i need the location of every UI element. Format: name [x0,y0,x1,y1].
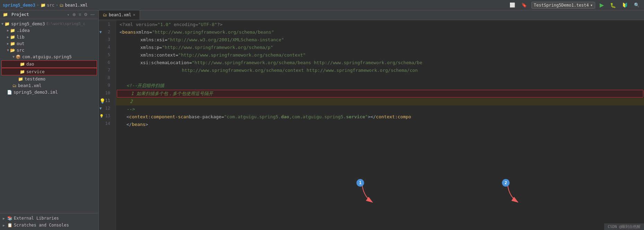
attr-context: xmlns:context= [140,51,178,59]
tree-src[interactable]: ▼ 📂 src [0,47,98,53]
val-p: "http://www.springframework.org/schema/p… [162,44,273,51]
breadcrumb-file-label: bean1.xml [65,3,88,8]
bulb-icon: 💡 [99,97,105,105]
hint-icon: 💡 [99,113,104,119]
ln-9: 9 [99,82,113,90]
ext-icon: 📚 [7,216,12,221]
badge-1: 1 [356,179,364,187]
idea-name: .idea [17,28,30,33]
root-path: E:\work\spring5_c [46,22,86,26]
src-name: src [17,48,25,53]
out-folder-icon: 📁 [10,41,15,46]
val-xsi: "http://www.w3.org/2001/XMLSchema-instan… [167,36,284,44]
ln-7: 7 [99,67,113,74]
toolbar-right: ⬜ 🔖 TestSpring5Demo1.test4 ▾ ▶ 🐛 🔰 🔍 [508,1,641,9]
ext-arrow: ▶ [3,216,5,220]
val-schema2: http://www.springframework.org/schema/co… [182,67,418,74]
arrow2-svg [497,181,539,209]
coverage-button[interactable]: 🔰 [620,2,629,8]
tree-iml[interactable]: 📄 spring5_demo3.iml [0,89,98,95]
tree-out[interactable]: ▶ 📁 out [0,40,98,47]
tree-idea[interactable]: ▶ 📁 .idea [0,27,98,34]
code-line-8 [116,74,644,82]
dao-folder-icon: 📁 [20,62,25,67]
tab-close-btn[interactable]: ✕ [133,12,135,17]
minimize-btn[interactable]: — [89,12,96,17]
tree-service[interactable]: 📁 service [1,68,97,75]
tree-package[interactable]: ▼ 📦 com.atguigu.spring5 [0,53,98,60]
arrow1-svg [352,181,393,209]
run-config-selector[interactable]: TestSpring5Demo1.test4 ▾ [531,2,595,9]
service-name: service [26,69,45,74]
breadcrumb-sep-2: › [56,3,58,7]
editor-area: 🗂 bean1.xml ✕ 1 ▼2 3 4 5 6 7 8 9 10 [99,10,644,230]
tag-context-close: context:compo [376,113,411,121]
testdemo-folder-icon: 📁 [18,77,23,82]
ln-4: 4 [99,44,113,51]
badge-2: 2 [502,179,510,187]
tree-testdemo[interactable]: 📁 testdemo [0,76,98,82]
tree-root[interactable]: ▼ 📁 spring5_demo3 E:\work\spring5_c [0,20,98,27]
ln-12: ▼12 [99,105,113,112]
breadcrumb: spring5_demo3 › 📁 src › 🗂 bean1.xml [3,3,506,8]
tree-dao[interactable]: 📁 dao [1,60,97,68]
code-line-9: <!--开启组件扫描 [116,82,644,90]
sidebar: 📁 Project ▾ ⊕ ≡ ⚙ — ▼ 📁 spring5_demo3 E:… [0,10,99,230]
out-name: out [17,41,25,46]
attr-p: xmlns:p= [140,44,162,51]
bracket-14b: > [145,121,148,128]
src-folder-icon: 📂 [10,48,15,53]
settings-btn[interactable]: ⚙ [83,12,89,17]
locate-btn[interactable]: ⊕ [71,12,77,17]
bookmark-btn[interactable]: 🔖 [520,2,529,8]
ln-1: 1 [99,21,113,28]
pkg-name: com.atguigu.spring5 [22,54,72,59]
attr-xmlns: xmlns= [136,28,152,36]
tree-lib[interactable]: ▶ 📁 lib [0,34,98,40]
sidebar-bottom: ▶ 📚 External Libraries ▶ 📋 Scratches and… [0,213,98,230]
code-line-10: 1 如果扫描多个包，多个包使用逗号隔开 [117,90,643,97]
ln-3: 3 [99,36,113,44]
breadcrumb-project: spring5_demo3 [3,3,35,8]
file-tree: ▼ 📁 spring5_demo3 E:\work\spring5_c ▶ 📁 … [0,19,98,213]
tag-beans-close: beans [132,121,145,128]
scratches-item[interactable]: ▶ 📋 Scratches and Consoles [0,222,98,229]
search-button[interactable]: 🔍 [632,2,641,8]
code-line-5: xmlns:context="http://www.springframewor… [116,51,644,59]
code-line-4: xmlns:p="http://www.springframework.org/… [116,44,644,51]
external-libraries-item[interactable]: ▶ 📚 External Libraries [0,215,98,222]
collapse-btn[interactable]: ≡ [78,12,82,17]
prolog: <?xml version="1.0" encoding="UTF-8"?> [120,21,222,28]
scratch-label: Scratches and Consoles [14,223,69,228]
iml-name: spring5_demo3.iml [14,90,58,95]
ln-14: 14 [99,120,113,128]
tab-label: bean1.xml [109,12,131,17]
fold-arrow-12: ▼ [99,105,102,112]
out-arrow: ▶ [7,42,9,45]
code-line-3: xmlns:xsi="http://www.w3.org/2001/XMLSch… [116,36,644,44]
run-button[interactable]: ▶ [598,1,606,9]
code-area[interactable]: <?xml version="1.0" encoding="UTF-8"?> <… [116,20,644,230]
ln-5: 5 [99,51,113,59]
attr-schema: xsi:schemaLocation= [140,59,192,67]
pkg-icon: 📦 [16,54,21,59]
tab-bean1xml[interactable]: 🗂 bean1.xml ✕ [99,10,140,20]
code-line-13: <context:component-scan base-package="co… [116,113,644,121]
code-line-6: xsi:schemaLocation="http://www.springfra… [116,59,644,67]
bean1-name: bean1.xml [18,83,42,88]
val-schema: "http://www.springframework.org/schema/b… [192,59,422,67]
idea-folder-icon: 📁 [10,28,15,33]
root-arrow: ▼ [1,22,3,26]
debug-button[interactable]: 🐛 [608,2,618,9]
scratch-icon: 📋 [7,223,12,228]
service-folder-icon: 📁 [20,69,25,74]
restore-btn[interactable]: ⬜ [508,2,517,8]
tag-beans: beans [122,28,136,36]
tree-bean1xml[interactable]: 🗂 bean1.xml [0,82,98,89]
breadcrumb-src: 📁 [41,3,46,8]
editor-tabs: 🗂 bean1.xml ✕ [99,10,644,20]
project-icon: 📁 [3,12,8,17]
ext-label: External Libraries [14,216,59,221]
scratch-arrow: ▶ [3,223,5,227]
lib-name: lib [17,34,25,40]
